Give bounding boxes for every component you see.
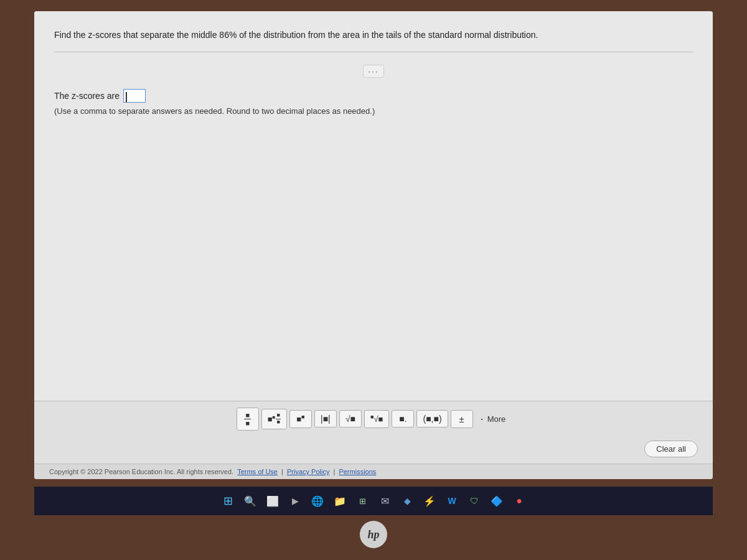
content-area: Find the z-scores that separate the midd…	[34, 11, 713, 401]
answer-line: The z-scores are	[54, 89, 693, 103]
permissions-link[interactable]: Permissions	[339, 468, 376, 475]
footer-copyright: Copyright © 2022 Pearson Education Inc. …	[49, 468, 233, 475]
divider	[54, 52, 693, 52]
footer: Copyright © 2022 Pearson Education Inc. …	[34, 464, 713, 479]
folder-button[interactable]: 📁	[331, 492, 349, 510]
lightning-button[interactable]: ⚡	[420, 492, 439, 510]
word-button[interactable]: W	[443, 492, 461, 510]
terms-link[interactable]: Terms of Use	[237, 468, 278, 475]
dropbox-button[interactable]: ◆	[398, 492, 416, 510]
math-toolbar: ■ ■ ■■ ■ ■ ■■ |■| √■ ■√■	[34, 401, 713, 437]
apps-button[interactable]: ⊞	[353, 492, 372, 510]
task-view-button[interactable]: ⬜	[263, 492, 282, 510]
clear-all-button[interactable]: Clear all	[644, 441, 698, 457]
chrome-button[interactable]: ●	[510, 492, 529, 510]
parentheses-button[interactable]: (■,■)	[416, 410, 448, 427]
nth-root-button[interactable]: ■√■	[364, 410, 389, 427]
answer-section: The z-scores are (Use a comma to separat…	[54, 89, 693, 118]
hp-logo: hp	[360, 521, 387, 548]
absolute-value-button[interactable]: |■|	[314, 410, 337, 427]
cursor	[126, 92, 127, 102]
privacy-link[interactable]: Privacy Policy	[287, 468, 329, 475]
search-button[interactable]: 🔍	[241, 492, 260, 510]
shield-button[interactable]: 🛡	[465, 492, 484, 510]
answer-note: (Use a comma to separate answers as need…	[54, 105, 693, 118]
taskbar: ⊞ 🔍 ⬜ ▶ 🌐 📁 ⊞ ✉ ◆ ⚡ W 🛡 🔷 ●	[34, 487, 713, 515]
superscript-button[interactable]: ■■	[289, 410, 312, 427]
edge-button[interactable]: 🌐	[308, 492, 327, 510]
dots-row: ···	[54, 65, 693, 78]
answer-input-field[interactable]	[123, 89, 146, 103]
more-options-button[interactable]: ···	[363, 65, 385, 78]
spacer	[54, 118, 693, 401]
hp-area: hp	[349, 519, 398, 550]
video-icon[interactable]: ▶	[286, 492, 304, 510]
square-root-button[interactable]: √■	[339, 410, 362, 427]
plusminus-button[interactable]: ±	[451, 410, 473, 428]
windows-button[interactable]: ⊞	[218, 492, 237, 510]
mail-button[interactable]: ✉	[375, 492, 394, 510]
question-text: Find the z-scores that separate the midd…	[54, 29, 693, 42]
decimal-button[interactable]: ■.	[392, 410, 414, 427]
laptop-screen: Find the z-scores that separate the midd…	[34, 11, 713, 479]
answer-label-before: The z-scores are	[54, 89, 120, 103]
blue-icon[interactable]: 🔷	[487, 492, 506, 510]
more-label: More	[487, 414, 506, 424]
more-button[interactable]: More	[476, 409, 511, 429]
mixed-number-button[interactable]: ■■ ■ ■	[261, 409, 287, 429]
clear-all-row: Clear all	[34, 437, 713, 464]
fraction-button[interactable]: ■ ■	[237, 408, 259, 431]
